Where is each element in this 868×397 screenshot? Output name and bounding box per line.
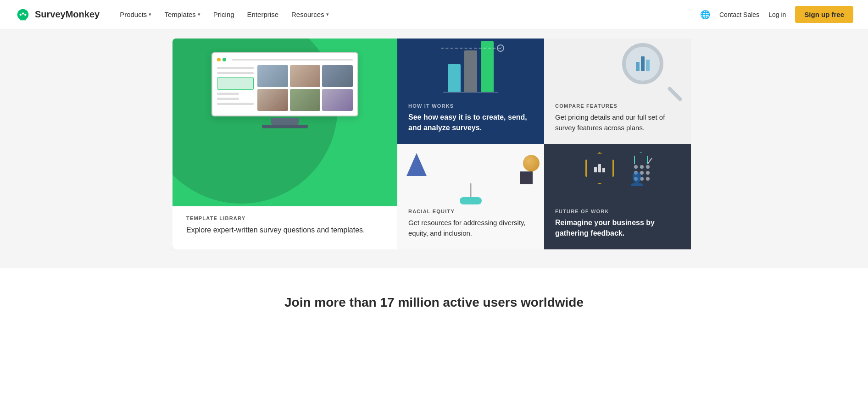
globe-button[interactable]: 🌐 (700, 10, 710, 20)
nav-item-pricing[interactable]: Pricing (208, 7, 240, 22)
chart-bar-1 (448, 64, 461, 92)
dot (646, 171, 650, 175)
mini-bar-2 (641, 56, 645, 71)
nav-item-products[interactable]: Products ▾ (114, 7, 157, 22)
balance-teal (460, 197, 482, 204)
card-how-label: HOW IT WORKS (408, 103, 533, 109)
card-compare-features[interactable]: COMPARE FEATURES Get pricing details and… (544, 39, 691, 144)
dashed-line: ✓ (441, 48, 501, 49)
thumbnail-6 (322, 89, 353, 111)
dot (646, 177, 650, 181)
svg-point-2 (24, 13, 26, 15)
thumbnail-4 (257, 89, 288, 111)
thumbnail-5 (290, 89, 321, 111)
nav-item-templates[interactable]: Templates ▾ (159, 7, 206, 22)
monitor-thumbnail-grid (257, 65, 353, 111)
monitor-sidebar (217, 65, 254, 111)
hex-bar-2 (598, 164, 601, 172)
bar-chart (434, 50, 507, 92)
logo-text: SurveyMonkey (35, 9, 100, 20)
monitor-body (217, 65, 353, 111)
card-how-it-works[interactable]: ✓ HOW IT WORKS See how easy it is to cre… (397, 39, 544, 144)
card-equity-description: Get resources for addressing diversity, … (408, 218, 533, 238)
titlebar-dot-green (223, 58, 226, 61)
balance-cube (520, 171, 533, 184)
nav-item-enterprise[interactable]: Enterprise (242, 7, 284, 22)
sidebar-line-short (217, 98, 239, 100)
contact-sales-link[interactable]: Contact Sales (719, 11, 759, 18)
join-title: Join more than 17 million active users w… (9, 295, 859, 310)
monitor-screen (211, 52, 358, 116)
mini-bar-1 (636, 62, 640, 71)
sidebar-line (217, 67, 254, 69)
chart-base (443, 92, 498, 93)
chevron-down-icon: ▾ (326, 11, 329, 17)
magnify-glass (622, 43, 663, 84)
logo[interactable]: SurveyMonkey (15, 8, 100, 21)
card-compare-description: Get pricing details and our full set of … (555, 112, 680, 133)
monitor-stand (271, 118, 299, 125)
how-it-works-illustration: ✓ (434, 48, 507, 103)
sidebar-line (217, 103, 254, 105)
hex-bars (592, 162, 607, 174)
balance-illustration (397, 149, 544, 213)
magnify-handle (667, 86, 683, 102)
nav-links: Products ▾ Templates ▾ Pricing Enterpris… (114, 7, 334, 22)
logo-icon (15, 8, 31, 21)
balance-pole (470, 183, 472, 197)
card-how-description: See how easy it is to create, send, and … (408, 112, 533, 133)
card-template-library-description: Explore expert-written survey questions … (186, 225, 384, 236)
mini-bar-3 (646, 60, 650, 71)
thumbnail-2 (290, 65, 321, 87)
card-future-of-work[interactable]: ✓ 👤 FUTURE OF WORK Reimagine your busine… (544, 144, 691, 249)
chart-bar-3 (481, 41, 494, 92)
hex-shape (585, 152, 614, 184)
main-nav: SurveyMonkey Products ▾ Templates ▾ Pric… (0, 0, 868, 29)
card-racial-equity[interactable]: RACIAL EQUITY Get resources for addressi… (397, 144, 544, 249)
magnify-inner-bars (636, 56, 650, 71)
card-future-label: FUTURE OF WORK (555, 209, 680, 214)
card-template-library[interactable]: TEMPLATE LIBRARY Explore expert-written … (172, 39, 397, 249)
card-future-description: Reimagine your business by gathering fee… (555, 218, 680, 238)
check-circle-icon: ✓ (497, 44, 504, 52)
future-of-work-illustration: ✓ 👤 (576, 149, 659, 204)
hex-bar-1 (594, 167, 597, 172)
signup-button[interactable]: Sign up free (795, 6, 853, 23)
nav-item-resources[interactable]: Resources ▾ (286, 7, 334, 22)
person-icon: 👤 (629, 171, 645, 187)
monitor-titlebar (217, 58, 353, 61)
chevron-down-icon: ▾ (149, 11, 151, 17)
balance-cone (406, 153, 427, 176)
card-template-library-label: TEMPLATE LIBRARY (186, 215, 384, 221)
thumbnail-1 (257, 65, 288, 87)
svg-point-0 (20, 13, 22, 15)
cards-grid: TEMPLATE LIBRARY Explore expert-written … (172, 39, 696, 249)
main-content: TEMPLATE LIBRARY Explore expert-written … (0, 29, 868, 268)
chevron-down-icon: ▾ (198, 11, 200, 17)
balance-sphere (523, 155, 540, 171)
nav-right: 🌐 Contact Sales Log in Sign up free (700, 6, 853, 23)
monitor-base (262, 125, 308, 128)
sidebar-line (217, 72, 254, 74)
thumbnail-3 (322, 65, 353, 87)
chart-bar-2 (464, 50, 477, 92)
titlebar-dot-yellow (217, 58, 221, 61)
card-template-library-text: TEMPLATE LIBRARY Explore expert-written … (172, 206, 397, 249)
sidebar-line-short (217, 93, 239, 95)
monitor-illustration (211, 52, 358, 128)
hex-bar-3 (602, 168, 605, 172)
titlebar-line (232, 59, 353, 61)
svg-point-1 (22, 12, 24, 14)
nav-left: SurveyMonkey Products ▾ Templates ▾ Pric… (15, 7, 334, 22)
join-section: Join more than 17 million active users w… (0, 268, 868, 328)
login-link[interactable]: Log in (768, 11, 786, 18)
sidebar-button (217, 77, 254, 90)
magnify-illustration (622, 43, 686, 107)
